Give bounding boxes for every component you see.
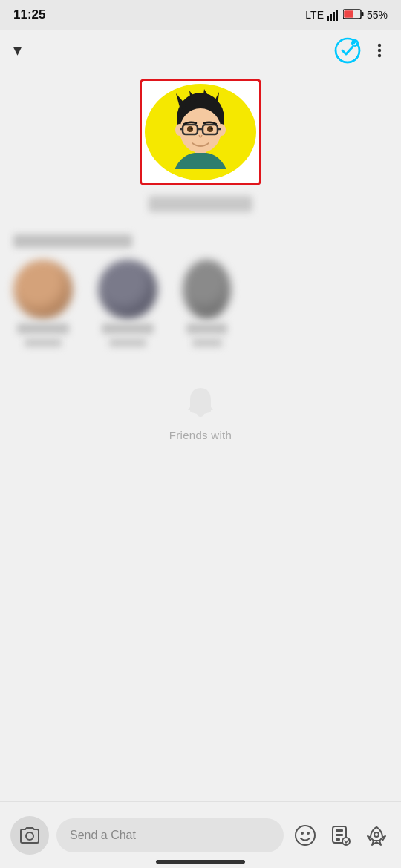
svg-text:✓: ✓: [353, 41, 358, 47]
camera-icon: [19, 826, 40, 844]
friends-row: [13, 260, 388, 347]
friends-with-label: Friends with: [169, 429, 232, 441]
username-blurred: [149, 196, 252, 212]
svg-rect-39: [336, 834, 343, 836]
send-chat-input[interactable]: Send a Chat: [56, 818, 284, 852]
bottom-right-icons: [291, 821, 391, 849]
svg-point-36: [307, 832, 310, 835]
friends-label-blurred: [13, 234, 132, 248]
svg-rect-40: [336, 838, 340, 841]
svg-point-42: [374, 832, 379, 837]
sticker-icon: [330, 824, 351, 846]
friend-score-2-blurred: [109, 338, 146, 347]
status-time: 11:25: [13, 7, 45, 22]
friend-name-1-blurred: [17, 323, 69, 334]
svg-point-13: [378, 49, 381, 52]
svg-rect-5: [361, 12, 363, 16]
verified-icon[interactable]: ✓: [334, 37, 361, 64]
battery-icon: [343, 8, 364, 22]
friend-name-2-blurred: [102, 323, 154, 334]
friends-section: [0, 234, 401, 355]
friend-card-1[interactable]: [13, 260, 73, 347]
friend-score-3-blurred: [192, 338, 222, 347]
lte-icon: LTE: [305, 9, 324, 21]
battery-percent: 55%: [367, 9, 388, 21]
svg-point-34: [296, 826, 315, 845]
status-icons: LTE 55%: [305, 8, 388, 22]
back-icon[interactable]: ▾: [13, 41, 22, 60]
main-content: Friends with: [0, 71, 401, 801]
snapchat-ghost-icon: [182, 384, 219, 421]
svg-point-35: [301, 832, 304, 835]
friend-avatar-1: [13, 260, 73, 319]
top-nav: ▾ ✓: [0, 30, 401, 71]
friend-card-2[interactable]: [98, 260, 157, 347]
svg-point-12: [378, 44, 381, 47]
svg-rect-3: [336, 10, 338, 21]
svg-rect-0: [327, 16, 329, 21]
profile-avatar: [145, 84, 256, 180]
status-bar: 11:25 LTE 55%: [0, 0, 401, 30]
more-options-icon[interactable]: [371, 42, 388, 59]
friend-name-3-blurred: [186, 323, 227, 334]
send-chat-placeholder: Send a Chat: [70, 829, 136, 842]
emoji-button[interactable]: [291, 821, 319, 849]
profile-avatar-container[interactable]: [140, 79, 261, 185]
friend-avatar-2: [98, 260, 157, 319]
ghost-section: Friends with: [169, 384, 232, 441]
svg-rect-2: [333, 12, 335, 21]
svg-point-14: [378, 54, 381, 57]
friend-card-3[interactable]: [183, 260, 231, 347]
svg-marker-18: [203, 89, 210, 99]
camera-button[interactable]: [10, 816, 49, 855]
svg-point-30: [191, 128, 193, 130]
rocket-icon: [366, 824, 387, 846]
svg-rect-7: [344, 10, 353, 17]
svg-point-33: [26, 832, 33, 840]
rocket-button[interactable]: [362, 821, 391, 849]
friend-avatar-3: [183, 260, 231, 319]
signal-icon: [327, 9, 340, 21]
sticker-button[interactable]: [327, 821, 355, 849]
bottom-bar: Send a Chat: [0, 801, 401, 868]
svg-rect-38: [336, 829, 343, 832]
home-indicator: [156, 860, 245, 864]
svg-rect-1: [330, 14, 332, 21]
friend-score-1-blurred: [25, 338, 62, 347]
nav-right-icons: ✓: [334, 37, 388, 64]
svg-point-31: [211, 128, 213, 130]
emoji-icon: [294, 824, 316, 846]
